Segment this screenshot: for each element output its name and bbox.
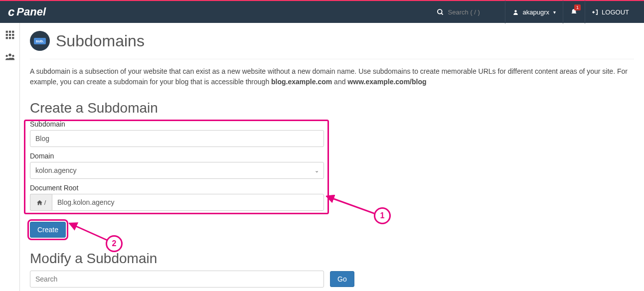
annotation-callout-1: 1 — [374, 207, 391, 224]
home-icon — [36, 199, 43, 206]
document-root-label: Document Root — [30, 184, 634, 192]
svg-point-2 — [514, 10, 516, 12]
caret-down-icon: ▾ — [553, 9, 556, 15]
main-content: sub. Subdomains A subdomain is a subsect… — [20, 23, 644, 291]
user-menu[interactable]: akapugrx ▾ — [505, 0, 563, 23]
logout-icon — [592, 9, 599, 15]
svg-rect-5 — [12, 31, 14, 33]
user-icon — [512, 9, 519, 15]
username-label: akapugrx — [523, 8, 549, 16]
intro-text: A subdomain is a subsection of your webs… — [30, 66, 634, 87]
logout-link[interactable]: LOGOUT — [585, 8, 636, 16]
svg-rect-10 — [8, 37, 10, 39]
domain-select[interactable]: kolon.agency — [30, 162, 324, 179]
svg-rect-9 — [5, 37, 7, 39]
svg-point-12 — [8, 54, 11, 57]
modify-search-input[interactable] — [30, 271, 324, 288]
svg-line-1 — [441, 13, 443, 14]
svg-rect-11 — [12, 37, 14, 39]
svg-rect-4 — [8, 31, 10, 33]
logout-label: LOGOUT — [602, 8, 629, 16]
cpanel-logo: cPanel — [8, 5, 46, 19]
modify-subdomain-heading: Modify a Subdomain — [30, 251, 634, 267]
home-icon-addon: / — [30, 194, 52, 211]
notification-badge: 1 — [574, 4, 581, 10]
apps-grid-icon[interactable] — [5, 30, 15, 42]
top-navbar: cPanel akapugrx ▾ 1 LOGOUT — [0, 0, 644, 23]
page-title: Subdomains — [56, 32, 145, 50]
create-button[interactable]: Create — [30, 222, 66, 238]
svg-rect-7 — [8, 34, 10, 36]
go-button[interactable]: Go — [330, 271, 354, 287]
topbar-search[interactable] — [437, 8, 498, 16]
topbar-search-input[interactable] — [448, 8, 498, 16]
document-root-input[interactable] — [52, 194, 324, 211]
users-icon[interactable] — [4, 51, 15, 65]
annotation-callout-2: 2 — [106, 235, 123, 252]
svg-point-0 — [437, 9, 442, 13]
svg-rect-8 — [12, 34, 14, 36]
search-icon — [437, 8, 444, 16]
subdomain-input[interactable] — [30, 130, 324, 147]
svg-point-14 — [12, 55, 14, 57]
subdomain-label: Subdomain — [30, 120, 634, 128]
left-sidebar — [0, 23, 20, 291]
domain-label: Domain — [30, 152, 634, 160]
svg-rect-6 — [5, 34, 7, 36]
notifications[interactable]: 1 — [563, 0, 585, 23]
svg-rect-3 — [5, 31, 7, 33]
create-subdomain-heading: Create a Subdomain — [30, 100, 634, 116]
subdomains-heading-icon: sub. — [30, 31, 50, 51]
svg-point-13 — [5, 55, 7, 57]
